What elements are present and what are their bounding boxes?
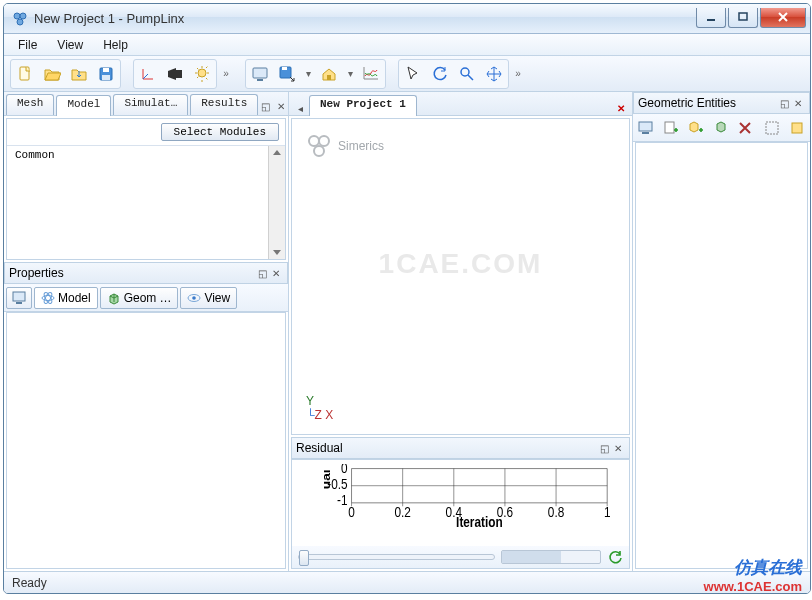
- dropdown-icon[interactable]: ▾: [301, 68, 315, 79]
- pan-button[interactable]: [481, 61, 507, 87]
- iteration-slider[interactable]: [298, 554, 495, 560]
- svg-text:Iteration: Iteration: [456, 514, 503, 528]
- tab-model[interactable]: Model: [56, 95, 111, 116]
- menu-file[interactable]: File: [8, 36, 47, 54]
- svg-text:1: 1: [604, 504, 611, 520]
- refresh-icon[interactable]: [607, 549, 623, 565]
- close-panel-icon[interactable]: ✕: [791, 96, 805, 110]
- scrollbar[interactable]: [268, 146, 285, 259]
- svg-text:0.2: 0.2: [394, 504, 410, 520]
- residual-header: Residual ◱ ✕: [291, 437, 630, 459]
- undock-icon[interactable]: ◱: [255, 266, 269, 280]
- undock-icon[interactable]: ◱: [777, 96, 791, 110]
- menu-view[interactable]: View: [47, 36, 93, 54]
- close-panel-icon[interactable]: ✕: [269, 266, 283, 280]
- svg-point-16: [461, 68, 469, 76]
- document-tab[interactable]: New Project 1: [309, 95, 417, 116]
- document-tabstrip: ◂ New Project 1 ✕: [289, 92, 632, 116]
- geo-filter-button[interactable]: [785, 115, 808, 141]
- close-button[interactable]: [760, 8, 806, 28]
- watermark-text: 1CAE.COM: [379, 248, 543, 280]
- svg-point-10: [198, 69, 206, 77]
- geo-refresh-button[interactable]: [709, 115, 732, 141]
- close-panel-icon[interactable]: ✕: [611, 441, 625, 455]
- svg-point-25: [319, 136, 329, 146]
- geo-display-button[interactable]: [635, 115, 658, 141]
- svg-rect-52: [665, 122, 674, 133]
- new-file-button[interactable]: [12, 61, 38, 87]
- save-view-button[interactable]: [274, 61, 300, 87]
- geometry-header: Geometric Entities ◱ ✕: [633, 92, 810, 114]
- monitor-button[interactable]: [247, 61, 273, 87]
- svg-text:0: 0: [348, 504, 355, 520]
- svg-text:-1: -1: [337, 492, 347, 508]
- brand-logo: Simerics: [306, 133, 384, 159]
- tab-results[interactable]: Results: [190, 94, 258, 115]
- geo-add-sheet-button[interactable]: [660, 115, 683, 141]
- brand-text: Simerics: [338, 139, 384, 153]
- camera-button[interactable]: [162, 61, 188, 87]
- close-panel-icon[interactable]: ✕: [274, 99, 288, 113]
- dropdown-icon[interactable]: ▾: [343, 68, 357, 79]
- tab-mesh[interactable]: Mesh: [6, 94, 54, 115]
- close-document-icon[interactable]: ✕: [614, 101, 628, 115]
- atom-icon: [41, 291, 55, 305]
- prop-tab-tree[interactable]: [6, 287, 32, 309]
- prop-tab-label: View: [204, 291, 230, 305]
- svg-text:ual: ual: [324, 469, 333, 489]
- axis-gizmo: Y └Z X: [306, 394, 333, 422]
- modules-list: Common: [7, 145, 285, 259]
- svg-point-1: [20, 13, 26, 19]
- rotate-button[interactable]: [427, 61, 453, 87]
- svg-rect-15: [327, 75, 331, 80]
- undock-icon[interactable]: ◱: [258, 99, 272, 113]
- geometry-title: Geometric Entities: [638, 96, 777, 110]
- svg-rect-18: [16, 302, 22, 304]
- import-button[interactable]: [66, 61, 92, 87]
- left-tabstrip: Mesh Model Simulat Results ◱ ✕: [4, 92, 288, 116]
- toolbar-overflow-2[interactable]: »: [511, 68, 525, 79]
- prop-tab-view[interactable]: View: [180, 287, 237, 309]
- properties-header: Properties ◱ ✕: [4, 262, 288, 284]
- menu-help[interactable]: Help: [93, 36, 138, 54]
- home-button[interactable]: [316, 61, 342, 87]
- toolbar-overflow-1[interactable]: »: [219, 68, 233, 79]
- menubar: File View Help: [4, 34, 810, 56]
- geo-add-cube-button[interactable]: [684, 115, 707, 141]
- svg-rect-8: [102, 75, 110, 80]
- save-button[interactable]: [93, 61, 119, 87]
- residual-panel: 0 -0.5 -1 0 0.2 0.4 0.6 0.8 1 Iteration …: [291, 459, 630, 569]
- titlebar: New Project 1 - PumpLinx: [4, 4, 810, 34]
- geo-delete-button[interactable]: [734, 115, 757, 141]
- prop-tab-geom[interactable]: Geom…: [100, 287, 179, 309]
- svg-point-23: [193, 296, 197, 300]
- prop-tab-model[interactable]: Model: [34, 287, 98, 309]
- select-modules-button[interactable]: Select Modules: [161, 123, 279, 141]
- open-file-button[interactable]: [39, 61, 65, 87]
- zoom-button[interactable]: [454, 61, 480, 87]
- status-text: Ready: [12, 576, 47, 590]
- undock-icon[interactable]: ◱: [597, 441, 611, 455]
- svg-rect-54: [792, 123, 802, 133]
- svg-rect-53: [766, 122, 778, 134]
- window-title: New Project 1 - PumpLinx: [34, 11, 694, 26]
- viewport-3d[interactable]: Simerics 1CAE.COM Y └Z X: [291, 118, 630, 435]
- svg-rect-7: [103, 68, 109, 72]
- axes-button[interactable]: [135, 61, 161, 87]
- list-item[interactable]: Common: [7, 146, 285, 164]
- light-button[interactable]: [189, 61, 215, 87]
- pointer-button[interactable]: [400, 61, 426, 87]
- range-slider[interactable]: [501, 550, 601, 564]
- svg-text:0.8: 0.8: [548, 504, 564, 520]
- svg-rect-3: [707, 19, 715, 21]
- statusbar: Ready: [4, 571, 810, 593]
- geo-select-button[interactable]: [761, 115, 784, 141]
- prop-tab-label: Model: [58, 291, 91, 305]
- tab-simulation[interactable]: Simulat: [113, 94, 188, 115]
- minimize-button[interactable]: [696, 8, 726, 28]
- tab-scroll-left-icon[interactable]: ◂: [293, 101, 307, 115]
- svg-rect-9: [176, 70, 182, 78]
- plot-button[interactable]: [358, 61, 384, 87]
- main-toolbar: » ▾ ▾ »: [4, 56, 810, 92]
- maximize-button[interactable]: [728, 8, 758, 28]
